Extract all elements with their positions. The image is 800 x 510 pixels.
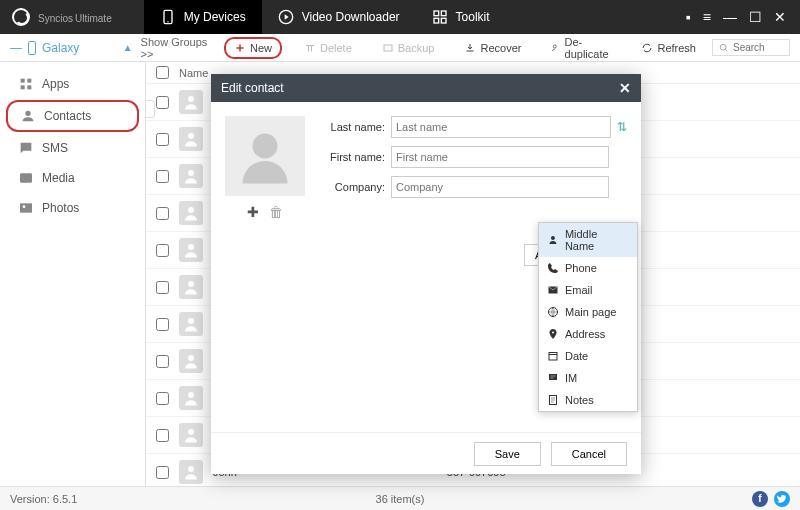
dd-notes[interactable]: Notes xyxy=(539,389,637,411)
dd-email[interactable]: Email xyxy=(539,279,637,301)
recover-button[interactable]: Recover xyxy=(456,39,529,57)
dd-main-page[interactable]: Main page xyxy=(539,301,637,323)
column-name[interactable]: Name xyxy=(179,67,208,79)
dd-im[interactable]: IM xyxy=(539,367,637,389)
svg-rect-13 xyxy=(27,85,31,89)
avatar-icon xyxy=(179,275,203,299)
svg-point-8 xyxy=(554,44,557,47)
sidebar-item-contacts[interactable]: Contacts xyxy=(6,100,139,132)
brand: SynciosUltimate xyxy=(0,8,124,26)
topbar: SynciosUltimate My Devices Video Downloa… xyxy=(0,0,800,34)
new-button[interactable]: New xyxy=(224,37,282,59)
row-checkbox[interactable] xyxy=(156,281,169,294)
avatar-icon xyxy=(179,90,203,114)
email-icon xyxy=(547,284,559,296)
device-toolbar: — Galaxy ▲ Show Groups >> New Delete Bac… xyxy=(0,34,800,62)
search-icon xyxy=(719,43,729,53)
cancel-button[interactable]: Cancel xyxy=(551,442,627,466)
device-selector[interactable]: — Galaxy xyxy=(10,41,79,55)
avatar-icon xyxy=(179,386,203,410)
tab-my-devices[interactable]: My Devices xyxy=(144,0,262,34)
row-checkbox[interactable] xyxy=(156,429,169,442)
sms-icon xyxy=(18,140,34,156)
first-name-input[interactable] xyxy=(391,146,609,168)
facebook-icon[interactable]: f xyxy=(752,491,768,507)
contact-avatar-placeholder[interactable] xyxy=(225,116,305,196)
phone-icon xyxy=(28,41,36,55)
sidebar-item-media[interactable]: Media xyxy=(6,164,139,192)
twitter-icon[interactable] xyxy=(774,491,790,507)
svg-rect-35 xyxy=(549,374,557,380)
dd-middle-name[interactable]: Middle Name xyxy=(539,223,637,257)
svg-point-23 xyxy=(188,281,194,287)
svg-point-14 xyxy=(25,111,30,116)
menu-icon[interactable]: ≡ xyxy=(703,9,711,25)
sidebar-item-photos[interactable]: Photos xyxy=(6,194,139,222)
syncios-logo-icon xyxy=(12,8,30,26)
collapse-handle[interactable] xyxy=(146,100,155,118)
svg-point-33 xyxy=(552,332,554,334)
modal-close-button[interactable]: ✕ xyxy=(619,80,631,96)
search-input[interactable] xyxy=(733,42,783,53)
avatar-icon xyxy=(179,127,203,151)
select-all-checkbox[interactable] xyxy=(156,66,169,79)
swap-names-icon[interactable]: ⇅ xyxy=(617,120,627,134)
svg-point-17 xyxy=(23,205,26,208)
search-box[interactable] xyxy=(712,39,790,56)
dd-address[interactable]: Address xyxy=(539,323,637,345)
row-checkbox[interactable] xyxy=(156,96,169,109)
item-count: 36 item(s) xyxy=(376,493,425,505)
row-checkbox[interactable] xyxy=(156,244,169,257)
first-name-label: First name: xyxy=(321,151,385,163)
delete-button[interactable]: Delete xyxy=(296,39,360,57)
row-checkbox[interactable] xyxy=(156,207,169,220)
svg-point-19 xyxy=(188,133,194,139)
refresh-button[interactable]: Refresh xyxy=(633,39,704,57)
row-checkbox[interactable] xyxy=(156,133,169,146)
version-label: Version: 6.5.1 xyxy=(10,493,77,505)
im-icon xyxy=(547,372,559,384)
brand-name: SynciosUltimate xyxy=(36,9,112,25)
last-name-input[interactable] xyxy=(391,116,611,138)
download-icon xyxy=(464,42,476,54)
sidebar: Apps Contacts SMS Media Photos xyxy=(0,62,146,486)
dd-phone[interactable]: Phone xyxy=(539,257,637,279)
maximize-icon[interactable]: ☐ xyxy=(749,9,762,25)
svg-point-9 xyxy=(720,44,726,50)
show-groups-toggle[interactable]: Show Groups >> xyxy=(141,36,210,60)
sidebar-item-apps[interactable]: Apps xyxy=(6,70,139,98)
sidebar-item-sms[interactable]: SMS xyxy=(6,134,139,162)
dd-date[interactable]: Date xyxy=(539,345,637,367)
close-icon[interactable]: ✕ xyxy=(774,9,786,25)
save-button[interactable]: Save xyxy=(474,442,541,466)
avatar-icon xyxy=(179,312,203,336)
last-name-label: Last name: xyxy=(321,121,385,133)
pin-icon xyxy=(547,328,559,340)
svg-rect-3 xyxy=(434,11,439,16)
add-more-dropdown: Middle Name Phone Email Main page Addres… xyxy=(538,222,638,412)
row-checkbox[interactable] xyxy=(156,318,169,331)
row-checkbox[interactable] xyxy=(156,170,169,183)
collapse-icon[interactable]: ▲ xyxy=(123,42,133,53)
company-input[interactable] xyxy=(391,176,609,198)
trash-icon xyxy=(304,42,316,54)
tab-toolkit[interactable]: Toolkit xyxy=(416,0,506,34)
apps-icon xyxy=(18,76,34,92)
row-checkbox[interactable] xyxy=(156,466,169,479)
svg-rect-12 xyxy=(21,85,25,89)
tab-video-downloader[interactable]: Video Downloader xyxy=(262,0,416,34)
user-x-icon xyxy=(551,42,560,54)
delete-avatar-button[interactable]: 🗑 xyxy=(269,204,283,220)
svg-point-29 xyxy=(253,134,278,159)
notes-icon xyxy=(547,394,559,406)
add-avatar-button[interactable]: ✚ xyxy=(247,204,259,220)
backup-button[interactable]: Backup xyxy=(374,39,443,57)
row-checkbox[interactable] xyxy=(156,355,169,368)
nav-tabs: My Devices Video Downloader Toolkit xyxy=(144,0,506,34)
row-checkbox[interactable] xyxy=(156,392,169,405)
deduplicate-button[interactable]: De-duplicate xyxy=(543,33,619,63)
svg-point-28 xyxy=(188,466,194,472)
message-icon[interactable]: ▪ xyxy=(686,9,691,25)
avatar-icon xyxy=(179,201,203,225)
minimize-icon[interactable]: — xyxy=(723,9,737,25)
